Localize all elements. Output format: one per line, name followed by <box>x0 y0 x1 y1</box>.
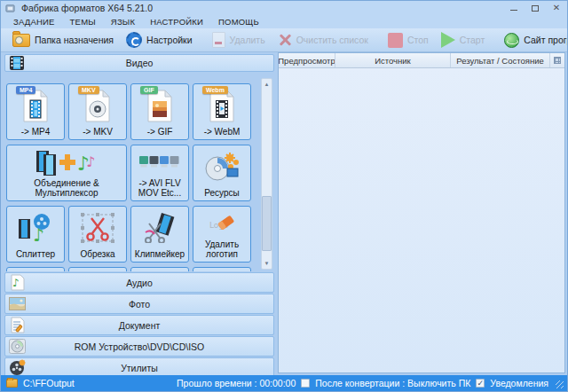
titlebar: Фабрика форматов X64 5.21.0 ✕ <box>1 1 567 15</box>
tile-partial[interactable] <box>130 267 189 271</box>
menu-task[interactable]: ЗАДАНИЕ <box>13 17 55 27</box>
remove-icon <box>212 32 225 48</box>
tile-partial[interactable] <box>193 267 251 271</box>
audio-icon: ♪ <box>8 274 26 292</box>
start-button: Старт <box>435 30 492 51</box>
tile-remove-logo[interactable]: Logo Удалить логотип <box>193 206 251 263</box>
gif-file-icon <box>146 90 174 122</box>
output-folder-icon <box>6 379 18 388</box>
task-panel: Предпросмотр Источник Результат / Состоя… <box>278 52 567 375</box>
grid-scrollbar[interactable]: ▲ ▼ <box>261 78 272 270</box>
scroll-down-icon[interactable]: ▼ <box>262 258 272 269</box>
shutdown-label[interactable]: После конвертации : Выключить ПК <box>315 378 470 388</box>
tile-to-mkv[interactable]: MKV -> MKV <box>68 83 127 140</box>
notifications-checkbox[interactable]: ✓ <box>476 379 485 388</box>
svg-text:♪: ♪ <box>86 153 95 170</box>
task-table-header: Предпросмотр Источник Результат / Состоя… <box>279 53 564 68</box>
column-source[interactable]: Источник <box>335 53 451 67</box>
app-window: Фабрика форматов X64 5.21.0 ✕ ЗАДАНИЕ ТЕ… <box>0 0 568 392</box>
section-document[interactable]: Документ <box>4 315 274 335</box>
tile-partial[interactable] <box>6 267 65 271</box>
menubar: ЗАДАНИЕ ТЕМЫ ЯЗЫК НАСТРОЙКИ ПОМОЩЬ <box>1 15 567 28</box>
video-film-icon <box>8 54 26 72</box>
folder-icon <box>12 34 30 47</box>
tile-merge-multiplexer[interactable]: ♪♪ Объединение & Мультиплексор <box>6 145 127 201</box>
task-table: Предпросмотр Источник Результат / Состоя… <box>278 52 565 373</box>
shutdown-checkbox[interactable] <box>301 379 310 388</box>
stop-icon <box>388 33 403 48</box>
section-rom-device[interactable]: ROM Устройство\DVD\CD\ISO <box>4 336 274 357</box>
section-audio[interactable]: ♪ Аудио <box>4 272 274 293</box>
clear-x-icon <box>278 33 292 47</box>
tile-to-gif[interactable]: GIF -> GIF <box>130 83 189 140</box>
svg-text:♪: ♪ <box>33 224 44 244</box>
svg-text:♪: ♪ <box>12 277 20 289</box>
column-preview[interactable]: Предпросмотр <box>279 53 335 67</box>
gear-icon <box>126 32 142 48</box>
app-icon <box>5 4 15 13</box>
toolbar: Папка назначения Настройки Удалить Очист… <box>1 28 567 52</box>
video-format-grid: MP4 -> MP4 MKV -> MKV <box>4 73 274 271</box>
column-chooser-icon <box>554 57 561 64</box>
tile-clipmaker[interactable]: Клипмейкер <box>130 206 189 263</box>
globe-icon <box>504 33 519 48</box>
webm-file-icon <box>208 90 236 122</box>
clipmaker-icon <box>142 213 178 243</box>
photo-icon <box>8 295 26 313</box>
multi-format-icons <box>138 153 181 171</box>
mp4-file-icon <box>21 90 50 122</box>
document-icon <box>8 317 26 334</box>
tile-resources[interactable]: Ресурсы <box>193 145 251 201</box>
scroll-thumb[interactable] <box>262 196 272 251</box>
website-button[interactable]: Сайт программы <box>498 30 568 51</box>
mkv-file-icon <box>83 90 112 122</box>
utilities-icon <box>8 359 26 377</box>
main-content: Видео MP4 -> MP4 <box>1 52 567 375</box>
merge-icon: ♪♪ <box>35 147 99 177</box>
resources-icon <box>203 151 241 183</box>
clear-list-button: Очистить список <box>272 30 375 51</box>
tile-trim[interactable]: Обрезка <box>68 206 127 263</box>
tile-to-webm[interactable]: Webm -> WebM <box>193 83 251 140</box>
resize-grip[interactable] <box>556 380 564 388</box>
scroll-up-icon[interactable]: ▲ <box>262 79 272 90</box>
tile-partial[interactable] <box>68 267 127 271</box>
disc-icon <box>8 338 26 356</box>
task-list-empty[interactable] <box>279 68 564 372</box>
splitter-icon: ♪ <box>17 212 54 244</box>
tile-splitter[interactable]: ♪ Сплиттер <box>6 206 65 263</box>
menu-language[interactable]: ЯЗЫК <box>111 17 135 27</box>
output-path[interactable]: C:\FFOutput <box>23 378 75 388</box>
tile-to-mp4[interactable]: MP4 -> MP4 <box>6 83 65 140</box>
scissors-crop-icon <box>80 212 115 244</box>
elapsed-time: Прошло времени : 00:00:00 <box>177 378 296 388</box>
minimize-button[interactable] <box>503 1 525 15</box>
stop-button: Стоп <box>382 30 435 51</box>
maximize-button[interactable] <box>525 1 546 15</box>
menu-themes[interactable]: ТЕМЫ <box>70 17 96 27</box>
settings-button[interactable]: Настройки <box>120 30 199 51</box>
section-video[interactable]: Видео <box>4 54 274 72</box>
remove-button: Удалить <box>206 30 272 51</box>
destination-folder-button[interactable]: Папка назначения <box>6 30 120 51</box>
column-chooser-button[interactable] <box>550 53 564 67</box>
eraser-logo-icon: Logo <box>204 208 240 239</box>
tile-to-avi-flv-mov[interactable]: -> AVI FLV MOV Etc... <box>130 145 189 201</box>
start-icon <box>441 32 455 48</box>
statusbar: C:\FFOutput Прошло времени : 00:00:00 По… <box>1 375 567 391</box>
format-sidebar: Видео MP4 -> MP4 <box>1 52 278 375</box>
section-photo[interactable]: Фото <box>4 294 274 314</box>
close-button[interactable]: ✕ <box>546 1 567 15</box>
window-title: Фабрика форматов X64 5.21.0 <box>21 3 153 13</box>
column-result-state[interactable]: Результат / Состояние <box>451 53 550 67</box>
notifications-label[interactable]: Уведомления <box>490 378 548 388</box>
menu-settings[interactable]: НАСТРОЙКИ <box>150 17 203 27</box>
menu-help[interactable]: ПОМОЩЬ <box>218 17 259 27</box>
